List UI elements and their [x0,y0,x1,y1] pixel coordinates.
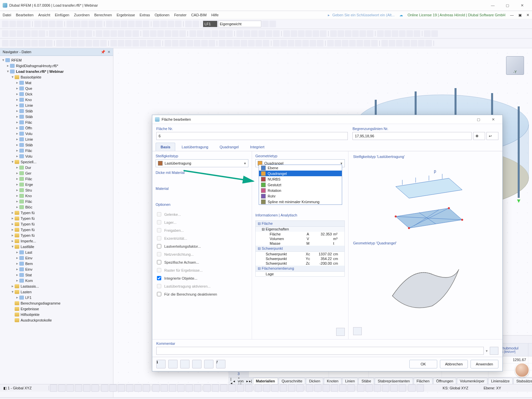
table-tab[interactable]: Dicken [306,378,323,384]
lf-name-combo[interactable]: Eigengewicht [218,21,261,27]
tree-node[interactable]: ▸Öffn [0,125,113,131]
tb-item[interactable] [190,30,196,37]
tb-item[interactable] [172,40,179,47]
tb-item[interactable] [406,30,413,37]
option-check[interactable]: Spezifische Achsen... [156,259,248,265]
table-tab[interactable]: Flächen [414,378,433,384]
geometry-option[interactable]: Spline mit minimaler Krümmung [259,199,342,204]
tb-item[interactable] [168,21,174,27]
bottom-tool[interactable] [339,384,346,392]
assistant-avatar[interactable] [515,363,529,377]
bottom-tool[interactable] [169,384,176,392]
tb-item[interactable] [201,40,208,47]
tree-node[interactable]: ▸Stru [0,187,113,193]
tb-item[interactable] [356,40,363,47]
geometry-option[interactable]: Rotation [259,188,342,193]
tab-prev-icon[interactable]: ◂ [233,379,235,383]
tb-item[interactable] [305,30,312,37]
tb-item[interactable] [352,30,359,37]
geometry-dropdown[interactable]: EbeneQuadrangelNURBSGestutztRotationRohr… [259,165,342,205]
tb-item[interactable] [414,30,420,37]
bottom-tool[interactable] [203,384,211,392]
tb-item[interactable] [153,21,160,27]
menu-cadbim[interactable]: CAD-BIM [191,13,206,17]
table-tab[interactable]: Liniensätze [488,378,513,384]
tree-node[interactable]: ▸Typen fü [0,210,113,215]
tree-node[interactable]: Berechnungsdiagramme [0,300,113,306]
tb-item[interactable] [396,40,403,47]
tree-node[interactable]: ▾Load transfer.rf6* | Webinar [0,68,113,74]
tb-item[interactable] [403,40,410,47]
table-tab[interactable]: Öffnungen [433,378,456,384]
dialog-max-icon[interactable]: ▢ [472,117,485,122]
tb-item[interactable] [143,21,149,27]
tb-item[interactable] [327,40,334,47]
tb-item[interactable] [283,30,290,37]
cancel-button[interactable]: Abbrechen [440,360,468,368]
tree-node[interactable]: ▸RigidDiafragmaHmoty.rf6* [0,63,113,68]
mdi-max-icon[interactable]: ▣ [518,13,522,17]
footer-tool-1[interactable]: ℹ [156,360,166,368]
tb-item[interactable] [143,30,149,37]
tb-item[interactable] [248,40,255,47]
tree-node[interactable]: ▾Lastfälle [0,244,113,249]
table-tab[interactable]: Knoten [324,378,341,384]
bottom-tool[interactable] [331,384,338,392]
tb-item[interactable] [345,30,351,37]
table-tab[interactable]: Querschnitte [279,378,305,384]
tb-item[interactable] [39,30,45,37]
tb-item[interactable] [9,40,16,47]
tab-first-icon[interactable]: |◂ [230,377,232,385]
tree-node[interactable]: ▾Speziell... [0,159,113,165]
tree-node[interactable]: ▸Typen fü [0,232,113,238]
tb-item[interactable] [2,30,9,37]
bottom-tool[interactable] [75,384,82,392]
tree-node[interactable]: ▸Linie [0,136,113,142]
tb-item[interactable] [193,21,199,27]
row-header[interactable]: 3 [228,370,249,377]
tb-item[interactable] [34,21,41,27]
tree-node[interactable]: ▸Stäb [0,142,113,148]
tb-item[interactable] [135,21,142,27]
tb-item[interactable] [110,40,117,47]
tb-item[interactable] [110,30,117,37]
tb-item[interactable] [431,30,438,37]
tb-item[interactable] [24,30,31,37]
menu-zuordnen[interactable]: Zuordnen [74,13,89,17]
tb-item[interactable] [125,30,132,37]
bottom-tool[interactable] [296,384,304,392]
cell[interactable]: 0.200 [528,356,532,363]
tb-item[interactable] [377,30,384,37]
tree-node[interactable]: ▸Stat [0,272,113,278]
mdi-close-icon[interactable]: ✕ [526,13,529,17]
tb-item[interactable] [24,21,31,27]
tree-node[interactable]: ▾Basisobjekte [0,74,113,80]
bottom-tool[interactable] [220,384,227,392]
tree-node[interactable]: ▸Ger [0,170,113,176]
menu-hilfe[interactable]: Hilfe [211,13,218,17]
bottom-tool[interactable] [134,384,142,392]
tb-item[interactable] [17,30,23,37]
bottom-tool[interactable] [237,384,244,392]
bottom-tool[interactable] [177,384,185,392]
pin-icon[interactable]: 📌 [101,50,105,54]
tb-item[interactable] [179,40,186,47]
bottom-tool[interactable] [263,384,270,392]
tb-item[interactable] [66,21,73,27]
close-button[interactable]: ✕ [515,1,529,10]
tb-item[interactable] [185,21,192,27]
tb-item[interactable] [236,30,243,37]
tb-item[interactable] [42,21,48,27]
tb-item[interactable] [371,40,378,47]
pick-lines-button[interactable]: ✥ [473,132,485,140]
tree-node[interactable]: ▸Volu [0,153,113,159]
tb-item[interactable] [263,40,269,47]
comment-button[interactable] [490,347,498,355]
tb-item[interactable] [291,30,297,37]
ok-button[interactable]: OK [409,360,437,368]
tb-item[interactable] [389,40,395,47]
tb-item[interactable] [85,30,92,37]
tb-item[interactable] [258,30,265,37]
tb-item[interactable] [74,21,80,27]
tb-item[interactable] [349,40,356,47]
